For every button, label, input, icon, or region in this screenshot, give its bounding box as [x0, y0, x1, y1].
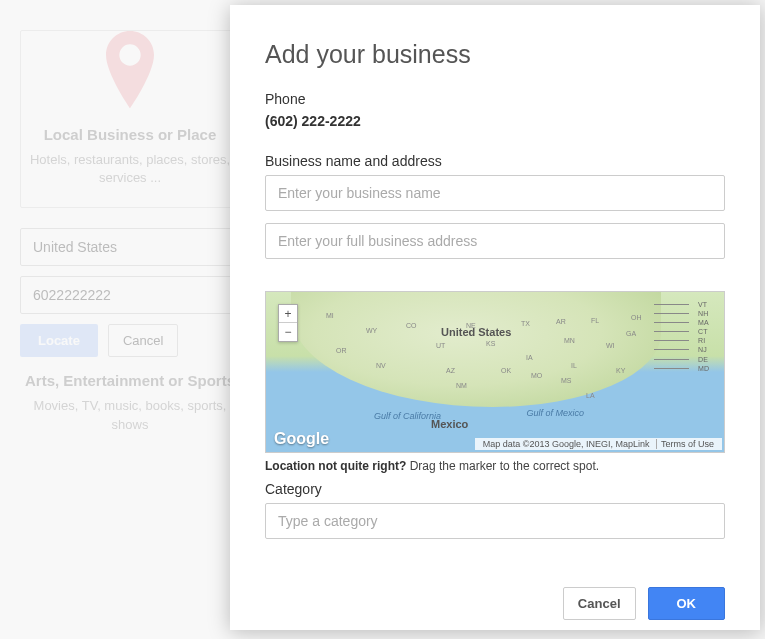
phone-value: (602) 222-2222 [265, 113, 725, 129]
name-address-label: Business name and address [265, 153, 725, 169]
map-attr-text: Map data ©2013 Google, INEGI, MapLink [479, 439, 654, 449]
ok-button[interactable]: OK [648, 587, 726, 620]
map-zoom-control: + − [278, 304, 298, 342]
map[interactable]: United States Mexico Gulf of California … [265, 291, 725, 453]
map-attribution: Map data ©2013 Google, INEGI, MapLink Te… [475, 438, 722, 450]
map-label-us: United States [441, 326, 511, 338]
map-hint-rest: Drag the marker to the correct spot. [406, 459, 599, 473]
phone-label: Phone [265, 91, 725, 107]
map-east-state-labels: VTNHMACTRINJDEMD [698, 300, 709, 373]
bg-section2-sub: Movies, TV, music, books, sports, shows [20, 397, 240, 433]
cancel-button[interactable]: Cancel [563, 587, 636, 620]
bg-card: Local Business or Place Hotels, restaura… [20, 30, 240, 208]
map-hint-bold: Location not quite right? [265, 459, 406, 473]
background-panel: Local Business or Place Hotels, restaura… [0, 0, 260, 639]
zoom-in-button[interactable]: + [279, 305, 297, 323]
bg-section-arts: Arts, Entertainment or Sports Movies, TV… [20, 372, 240, 433]
country-input[interactable] [20, 228, 240, 266]
bg-card-subtitle: Hotels, restaurants, places, stores, ser… [21, 151, 239, 187]
bg-cancel-button[interactable]: Cancel [108, 324, 178, 357]
phone-input[interactable] [20, 276, 240, 314]
map-label-gulf-mx: Gulf of Mexico [526, 409, 584, 419]
locate-button[interactable]: Locate [20, 324, 98, 357]
bg-section2-title: Arts, Entertainment or Sports [20, 372, 240, 389]
modal-title: Add your business [265, 40, 725, 69]
map-hint: Location not quite right? Drag the marke… [265, 459, 725, 473]
map-land [291, 292, 661, 407]
business-name-input[interactable] [265, 175, 725, 211]
category-label: Category [265, 481, 725, 497]
google-logo: Google [274, 430, 329, 448]
category-input[interactable] [265, 503, 725, 539]
add-business-modal: Add your business Phone (602) 222-2222 B… [230, 5, 760, 630]
business-address-input[interactable] [265, 223, 725, 259]
map-terms-link[interactable]: Terms of Use [656, 439, 718, 449]
map-label-gulf-ca: Gulf of California [374, 412, 441, 422]
map-pin-icon [100, 31, 160, 111]
bg-card-title: Local Business or Place [21, 126, 239, 143]
modal-footer: Cancel OK [265, 587, 725, 620]
zoom-out-button[interactable]: − [279, 323, 297, 341]
